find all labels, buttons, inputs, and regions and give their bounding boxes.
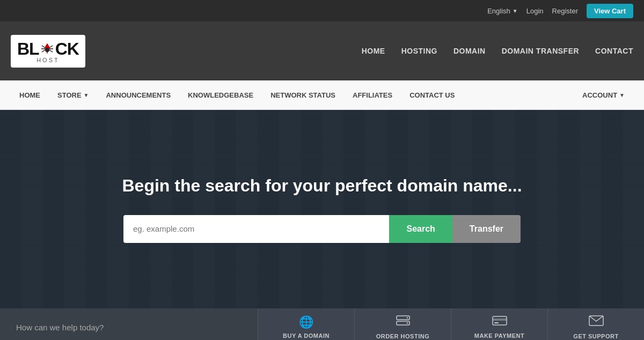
top-bar: English ▼ Login Register View Cart xyxy=(0,0,644,21)
svg-line-3 xyxy=(42,46,45,48)
footer-get-support-label: GET SUPPORT xyxy=(573,333,618,339)
domain-search-bar: Search Transfer xyxy=(123,215,521,243)
envelope-icon xyxy=(589,315,604,330)
footer-make-payment-label: MAKE PAYMENT xyxy=(474,332,524,339)
svg-rect-15 xyxy=(493,319,507,321)
logo-text: BL CK xyxy=(17,39,79,59)
sec-nav-store[interactable]: STORE ▼ xyxy=(49,80,97,110)
footer-make-payment[interactable]: MAKE PAYMENT xyxy=(451,308,547,340)
globe-icon: 🌐 xyxy=(299,315,314,329)
login-link[interactable]: Login xyxy=(526,7,544,15)
sec-nav-affiliates[interactable]: AFFILIATES xyxy=(344,80,401,110)
register-link[interactable]: Register xyxy=(552,7,578,15)
sec-nav-home[interactable]: HOME xyxy=(11,80,49,110)
store-dropdown-icon: ▼ xyxy=(84,80,89,110)
payment-icon xyxy=(492,315,507,329)
hero-title: Begin the search for your perfect domain… xyxy=(122,176,522,196)
main-nav-links: HOME HOSTING DOMAIN DOMAIN TRANSFER CONT… xyxy=(362,47,633,55)
language-label: English xyxy=(487,7,510,15)
sec-nav-announcements[interactable]: ANNOUNCEMENTS xyxy=(97,80,179,110)
hero-section: Begin the search for your perfect domain… xyxy=(0,110,644,308)
language-arrow-icon: ▼ xyxy=(513,8,518,14)
logo-spider-icon xyxy=(40,41,55,56)
svg-line-5 xyxy=(42,50,45,52)
transfer-button[interactable]: Transfer xyxy=(452,215,521,243)
logo-ck: CK xyxy=(55,39,79,59)
footer-bar: How can we help today? 🌐 BUY A DOMAIN OR… xyxy=(0,308,644,340)
sec-nav-account[interactable]: ACCOUNT ▼ xyxy=(574,80,633,110)
nav-contact[interactable]: CONTACT xyxy=(595,47,633,55)
help-text: How can we help today? xyxy=(0,308,258,340)
main-nav: BL CK HOST xyxy=(0,21,644,80)
svg-line-8 xyxy=(49,50,53,52)
search-button[interactable]: Search xyxy=(389,215,452,243)
language-selector[interactable]: English ▼ xyxy=(487,7,518,15)
secondary-nav: HOME STORE ▼ ANNOUNCEMENTS KNOWLEDGEBASE… xyxy=(0,80,644,110)
footer-order-hosting-label: ORDER HOSTING xyxy=(376,333,429,339)
logo-bl: BL xyxy=(17,39,39,59)
sec-nav-network-status[interactable]: NETWORK STATUS xyxy=(262,80,344,110)
nav-domain-transfer[interactable]: DOMAIN TRANSFER xyxy=(502,47,579,55)
svg-rect-16 xyxy=(494,322,499,323)
footer-buy-domain[interactable]: 🌐 BUY A DOMAIN xyxy=(258,308,354,340)
footer-items: 🌐 BUY A DOMAIN ORDER HOSTING xyxy=(258,308,644,340)
svg-point-12 xyxy=(406,317,407,318)
domain-search-input[interactable] xyxy=(123,215,389,243)
nav-domain[interactable]: DOMAIN xyxy=(453,47,486,55)
svg-point-9 xyxy=(45,48,49,52)
svg-line-6 xyxy=(49,46,53,48)
view-cart-button[interactable]: View Cart xyxy=(587,4,633,18)
sec-nav-contact-us[interactable]: CONTACT US xyxy=(401,80,463,110)
logo[interactable]: BL CK HOST xyxy=(11,35,85,68)
footer-get-support[interactable]: GET SUPPORT xyxy=(547,308,644,340)
svg-point-13 xyxy=(406,322,407,323)
nav-hosting[interactable]: HOSTING xyxy=(401,47,437,55)
nav-home[interactable]: HOME xyxy=(362,47,385,55)
footer-order-hosting[interactable]: ORDER HOSTING xyxy=(354,308,451,340)
account-dropdown-icon: ▼ xyxy=(619,80,625,110)
sec-nav-knowledgebase[interactable]: KNOWLEDGEBASE xyxy=(179,80,262,110)
server-icon xyxy=(396,315,410,330)
footer-buy-domain-label: BUY A DOMAIN xyxy=(283,332,330,339)
